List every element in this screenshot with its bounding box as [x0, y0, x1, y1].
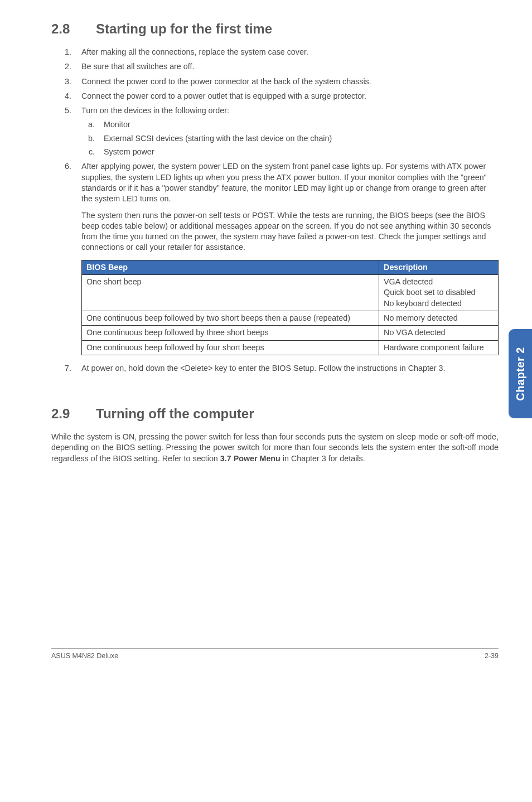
table-cell-beep: One short beep: [82, 275, 379, 311]
table-row: One continuous beep followed by four sho…: [82, 340, 499, 355]
section-2-9-number: 2.9: [51, 406, 96, 422]
chapter-side-tab: Chapter 2: [509, 329, 532, 418]
footer-left: ASUS M4N82 Deluxe: [51, 652, 118, 660]
table-row: One continuous beep followed by two shor…: [82, 311, 499, 325]
table-cell-beep: One continuous beep followed by three sh…: [82, 326, 379, 340]
table-cell-beep: One continuous beep followed by two shor…: [82, 311, 379, 325]
sub-step-item: System power: [97, 147, 499, 157]
sub-step-item: External SCSI devices (starting with the…: [97, 133, 499, 144]
step-item: After applying power, the system power L…: [74, 161, 499, 355]
section-2-8-number: 2.8: [51, 21, 96, 37]
step-item: Be sure that all switches are off.: [74, 61, 499, 72]
table-cell-desc: No VGA detected: [379, 326, 499, 340]
step-6-para-b: The system then runs the power-on self t…: [81, 210, 499, 253]
section-2-9-title: Turning off the computer: [96, 406, 254, 421]
step-item: Turn on the devices in the following ord…: [74, 105, 499, 157]
chapter-side-tab-label: Chapter 2: [514, 347, 527, 401]
body-bold: 3.7 Power Menu: [220, 454, 280, 463]
step-5-text: Turn on the devices in the following ord…: [81, 106, 229, 115]
table-cell-desc: Hardware component failure: [379, 340, 499, 355]
step-item: At power on, hold down the <Delete> key …: [74, 363, 499, 374]
table-head-desc: Description: [379, 260, 499, 274]
section-2-9-body: While the system is ON, pressing the pow…: [51, 432, 499, 464]
table-cell-desc: No memory detected: [379, 311, 499, 325]
sub-step-item: Monitor: [97, 119, 499, 130]
steps-list: After making all the connections, replac…: [51, 47, 499, 374]
section-2-8-heading: 2.8Starting up for the first time: [51, 21, 499, 37]
table-head-beep: BIOS Beep: [82, 260, 379, 274]
page-footer: ASUS M4N82 Deluxe 2-39: [51, 648, 499, 660]
sub-steps-list: Monitor External SCSI devices (starting …: [81, 119, 499, 157]
table-row: One continuous beep followed by three sh…: [82, 326, 499, 340]
section-2-9-heading: 2.9Turning off the computer: [51, 406, 499, 422]
table-row: One short beep VGA detected Quick boot s…: [82, 275, 499, 311]
section-2-8-title: Starting up for the first time: [96, 21, 272, 36]
bios-beep-table: BIOS Beep Description One short beep VGA…: [81, 260, 499, 355]
step-item: After making all the connections, replac…: [74, 47, 499, 57]
step-6-text: After applying power, the system power L…: [81, 162, 487, 203]
body-post: in Chapter 3 for details.: [280, 454, 365, 463]
step-item: Connect the power cord to a power outlet…: [74, 91, 499, 102]
step-item: Connect the power cord to the power conn…: [74, 76, 499, 87]
table-cell-beep: One continuous beep followed by four sho…: [82, 340, 379, 355]
footer-right: 2-39: [485, 652, 499, 660]
table-cell-desc: VGA detected Quick boot set to disabled …: [379, 275, 499, 311]
